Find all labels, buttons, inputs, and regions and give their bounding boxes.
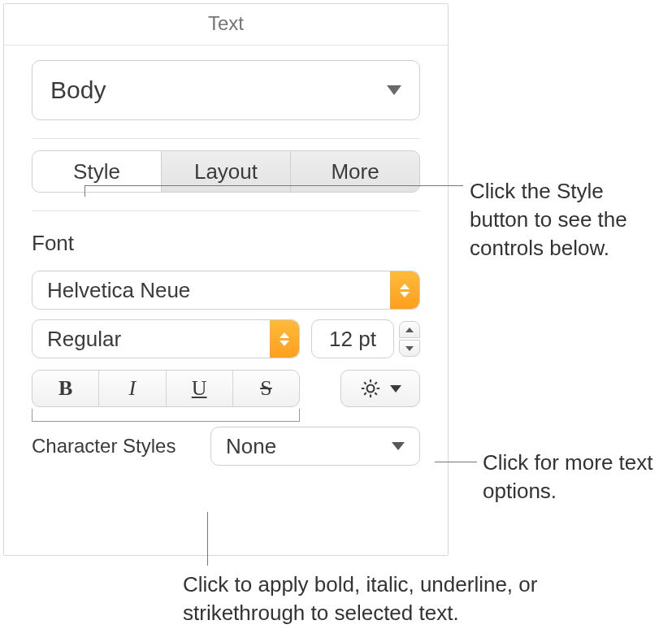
font-typeface-value: Regular bbox=[47, 327, 121, 352]
font-family-value: Helvetica Neue bbox=[47, 278, 190, 303]
font-size-step-up[interactable] bbox=[399, 321, 420, 338]
font-size-step-down[interactable] bbox=[399, 340, 420, 357]
font-size-field: 12 pt bbox=[311, 319, 420, 358]
callout-gear: Click for more text options. bbox=[483, 449, 670, 505]
font-family-dropdown[interactable]: Helvetica Neue bbox=[32, 271, 420, 310]
callout-line bbox=[207, 512, 208, 566]
font-controls: Helvetica Neue Regular 12 pt B I bbox=[4, 256, 448, 407]
font-typeface-dropdown[interactable]: Regular bbox=[32, 319, 300, 358]
bracket-annotation bbox=[4, 409, 448, 422]
chevron-up-icon bbox=[405, 328, 414, 332]
gear-icon bbox=[359, 377, 382, 400]
chevron-down-icon bbox=[405, 346, 414, 351]
paragraph-style-section: Body bbox=[4, 46, 448, 139]
callout-line bbox=[435, 462, 477, 462]
character-styles-value: None bbox=[226, 434, 276, 459]
updown-arrows-icon bbox=[390, 271, 419, 309]
font-size-value: 12 pt bbox=[329, 327, 376, 352]
more-text-options-button[interactable] bbox=[340, 370, 420, 407]
updown-arrows-icon bbox=[270, 320, 299, 358]
strikethrough-button[interactable]: S bbox=[233, 371, 299, 406]
callout-bius: Click to apply bold, italic, underline, … bbox=[183, 570, 589, 627]
paragraph-style-value: Body bbox=[50, 76, 106, 104]
chevron-down-icon bbox=[387, 85, 401, 95]
text-format-panel: Text Body Style Layout More Font Helveti… bbox=[3, 3, 449, 556]
font-size-input[interactable]: 12 pt bbox=[311, 319, 394, 358]
character-styles-dropdown[interactable]: None bbox=[210, 427, 420, 466]
chevron-down-icon bbox=[392, 442, 405, 450]
underline-button[interactable]: U bbox=[167, 371, 233, 406]
tabs-segmented-control: Style Layout More bbox=[32, 150, 420, 193]
bracket-icon bbox=[32, 409, 300, 422]
font-section-label: Font bbox=[4, 211, 448, 256]
panel-title: Text bbox=[4, 4, 448, 46]
callout-line bbox=[85, 185, 85, 197]
tabs-row: Style Layout More bbox=[4, 139, 448, 211]
italic-button[interactable]: I bbox=[99, 371, 166, 406]
text-style-segmented-control: B I U S bbox=[32, 370, 300, 407]
callout-style-tab: Click the Style button to see the contro… bbox=[470, 177, 665, 262]
callout-line bbox=[85, 185, 463, 186]
font-size-stepper bbox=[399, 319, 420, 358]
character-styles-label: Character Styles bbox=[32, 435, 194, 458]
bold-button[interactable]: B bbox=[33, 371, 99, 406]
character-styles-row: Character Styles None bbox=[4, 422, 448, 466]
paragraph-style-dropdown[interactable]: Body bbox=[32, 60, 420, 120]
chevron-down-icon bbox=[390, 385, 401, 393]
